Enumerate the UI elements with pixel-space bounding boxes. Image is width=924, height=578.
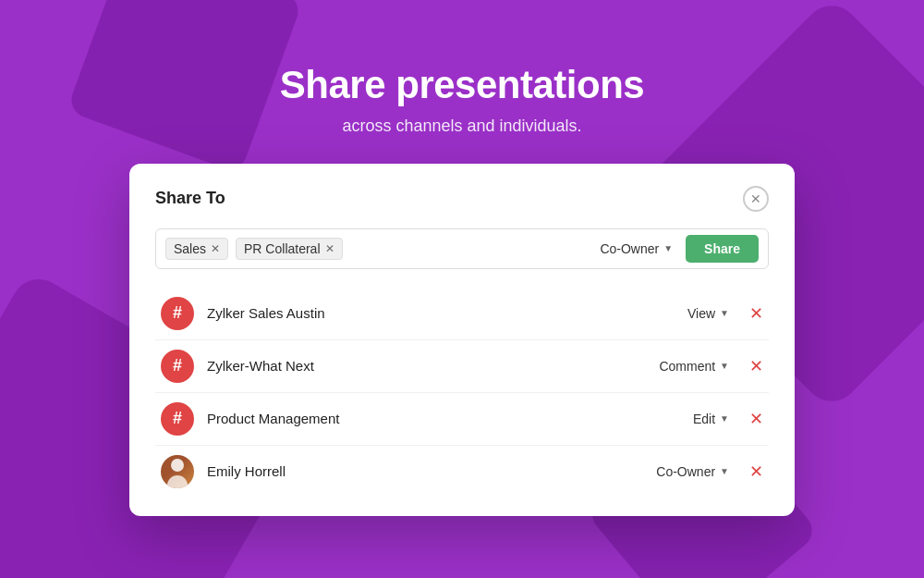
- chevron-down-icon: ▼: [663, 243, 673, 253]
- item-name: Emily Horrell: [207, 463, 633, 479]
- shared-item: # Zylker-What Next Comment ▼ ✕: [155, 340, 769, 393]
- avatar: [161, 455, 194, 488]
- share-modal: Share To ✕ Sales ✕ PR Collateral ✕ Co-Ow…: [129, 164, 795, 516]
- permission-label: Co-Owner: [600, 241, 659, 256]
- page-container: Share presentations across channels and …: [0, 63, 924, 516]
- close-icon: ✕: [750, 191, 761, 206]
- tag-sales-label: Sales: [174, 241, 206, 256]
- tag-pr[interactable]: PR Collateral ✕: [236, 238, 342, 260]
- modal-title: Share To: [155, 189, 225, 208]
- chevron-down-icon: ▼: [720, 413, 729, 424]
- permission-dropdown[interactable]: Co-Owner ▼: [594, 241, 678, 256]
- modal-header: Share To ✕: [155, 186, 769, 212]
- remove-item-button[interactable]: ✕: [749, 463, 763, 480]
- remove-item-button[interactable]: ✕: [749, 358, 763, 375]
- item-permission[interactable]: Comment ▼: [646, 359, 729, 374]
- chevron-down-icon: ▼: [720, 466, 729, 476]
- permission-value: View: [687, 306, 715, 321]
- item-permission[interactable]: Co-Owner ▼: [646, 464, 729, 479]
- share-input-row[interactable]: Sales ✕ PR Collateral ✕ Co-Owner ▼ Share: [155, 228, 769, 269]
- tag-pr-label: PR Collateral: [244, 241, 320, 256]
- item-name: Product Management: [207, 411, 633, 426]
- hash-icon: #: [173, 409, 182, 428]
- hash-icon: #: [173, 303, 182, 323]
- close-button[interactable]: ✕: [743, 186, 769, 212]
- share-button[interactable]: Share: [686, 235, 759, 263]
- permission-value: Co-Owner: [656, 464, 715, 479]
- hash-icon: #: [173, 356, 182, 375]
- avatar: #: [161, 297, 194, 330]
- avatar: #: [161, 402, 194, 436]
- tag-sales[interactable]: Sales ✕: [165, 238, 228, 260]
- avatar: #: [161, 350, 194, 383]
- avatar-head: [171, 459, 184, 472]
- shared-items-list: # Zylker Sales Austin View ▼ ✕ # Zylker-…: [155, 288, 769, 498]
- shared-item: # Zylker Sales Austin View ▼ ✕: [155, 288, 769, 340]
- item-name: Zylker-What Next: [207, 358, 633, 374]
- remove-item-button[interactable]: ✕: [749, 411, 763, 427]
- chevron-down-icon: ▼: [720, 361, 729, 371]
- page-headline: Share presentations: [280, 63, 644, 107]
- shared-item: # Product Management Edit ▼ ✕: [155, 393, 769, 446]
- permission-value: Edit: [693, 412, 715, 426]
- permission-value: Comment: [659, 359, 715, 374]
- item-name: Zylker Sales Austin: [207, 305, 633, 321]
- remove-item-button[interactable]: ✕: [749, 305, 763, 322]
- tag-sales-remove[interactable]: ✕: [211, 243, 220, 254]
- item-permission[interactable]: View ▼: [646, 306, 729, 321]
- shared-item: Emily Horrell Co-Owner ▼ ✕: [155, 446, 769, 498]
- avatar-body: [167, 475, 188, 488]
- chevron-down-icon: ▼: [720, 308, 729, 318]
- page-subheadline: across channels and individuals.: [342, 117, 581, 136]
- item-permission[interactable]: Edit ▼: [646, 412, 729, 426]
- tag-pr-remove[interactable]: ✕: [325, 243, 334, 254]
